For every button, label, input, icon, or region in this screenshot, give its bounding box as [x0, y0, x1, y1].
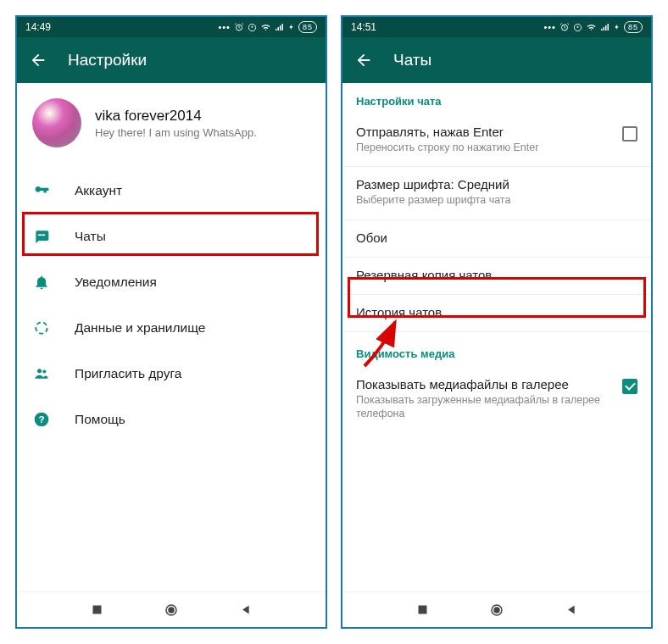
chats-content: Настройки чата Отправлять, нажав Enter П…: [342, 83, 651, 591]
settings-label: Помощь: [75, 412, 125, 427]
settings-label: Чаты: [75, 229, 106, 244]
chat-item-title: Обои: [356, 230, 637, 245]
chat-item-backup[interactable]: Резервная копия чатов: [342, 258, 651, 295]
back-arrow-icon[interactable]: [29, 51, 47, 69]
chat-item-title: Размер шрифта: Средний: [356, 177, 637, 192]
profile-name: vika forever2014: [95, 108, 310, 125]
section-header-media-visibility: Видимость медиа: [342, 336, 651, 367]
chat-item-history[interactable]: История чатов: [342, 295, 651, 332]
more-dots-icon: •••: [218, 22, 231, 32]
signal-icon: [275, 22, 285, 32]
status-time: 14:51: [351, 21, 376, 33]
settings-label: Аккаунт: [75, 183, 122, 198]
back-arrow-icon[interactable]: [354, 51, 373, 69]
chat-item-media-visibility[interactable]: Показывать медиафайлы в галерее Показыва…: [342, 367, 651, 433]
phone-screenshot-settings: 14:49 ••• 85 Настройки: [15, 15, 327, 629]
chat-item-title: История чатов: [356, 305, 637, 319]
chat-item-sub: Переносить строку по нажатию Enter: [356, 141, 612, 154]
avatar: [32, 98, 81, 147]
sync-icon: [248, 23, 257, 32]
svg-point-5: [42, 370, 46, 374]
data-icon: [32, 319, 51, 337]
chat-item-font-size[interactable]: Размер шрифта: Средний Выберите размер ш…: [342, 167, 651, 219]
key-icon: [32, 181, 51, 200]
more-dots-icon: •••: [543, 22, 556, 32]
app-bar-title: Чаты: [393, 51, 431, 69]
sync-icon: [573, 23, 582, 32]
alarm-icon: [559, 22, 570, 32]
nav-recent-icon[interactable]: [414, 602, 431, 619]
section-header-chat-settings: Настройки чата: [342, 83, 651, 114]
chat-item-sub: Выберите размер шрифта чата: [356, 193, 637, 207]
alarm-icon: [234, 22, 244, 32]
status-icons: ••• 85: [218, 21, 317, 33]
status-bar: 14:51 ••• 85: [342, 17, 651, 37]
battery-level: 85: [298, 21, 317, 33]
settings-content: vika forever2014 Hey there! I am using W…: [17, 83, 326, 591]
status-bar: 14:49 ••• 85: [17, 17, 326, 37]
bell-icon: [32, 273, 51, 291]
checkbox-media-visibility[interactable]: [622, 379, 637, 394]
nav-back-icon[interactable]: [237, 602, 254, 619]
status-time: 14:49: [25, 21, 51, 33]
chat-item-title: Резервная копия чатов: [356, 268, 637, 282]
profile-row[interactable]: vika forever2014 Hey there! I am using W…: [17, 83, 326, 163]
settings-label: Уведомления: [75, 275, 157, 290]
chat-item-enter-send[interactable]: Отправлять, нажав Enter Переносить строк…: [342, 114, 651, 167]
settings-item-notifications[interactable]: Уведомления: [17, 259, 326, 305]
nav-home-icon[interactable]: [163, 602, 180, 619]
app-bar: Чаты: [342, 37, 651, 83]
svg-rect-13: [418, 606, 426, 614]
svg-point-15: [494, 608, 499, 613]
svg-text:?: ?: [38, 414, 44, 425]
chat-item-wallpaper[interactable]: Обои: [342, 220, 651, 258]
settings-list: Аккаунт Чаты Уведомления Данные и хранил…: [17, 163, 326, 442]
signal-icon: [600, 22, 610, 32]
settings-item-account[interactable]: Аккаунт: [17, 168, 326, 214]
svg-point-10: [169, 608, 174, 613]
chat-item-title: Показывать медиафайлы в галерее: [356, 377, 612, 391]
svg-point-4: [37, 369, 42, 373]
profile-status: Hey there! I am using WhatsApp.: [95, 126, 310, 139]
wifi-icon: [586, 22, 597, 32]
people-icon: [32, 364, 51, 383]
svg-point-3: [36, 322, 47, 333]
settings-item-invite[interactable]: Пригласить друга: [17, 351, 326, 397]
charging-icon: [288, 22, 295, 32]
nav-recent-icon[interactable]: [88, 602, 105, 619]
settings-label: Пригласить друга: [75, 366, 181, 381]
nav-home-icon[interactable]: [488, 602, 505, 619]
wifi-icon: [260, 22, 271, 32]
app-bar: Настройки: [17, 37, 326, 83]
svg-rect-2: [38, 235, 45, 236]
android-nav-bar: [342, 591, 651, 627]
status-icons: ••• 85: [543, 21, 643, 33]
android-nav-bar: [17, 591, 326, 627]
nav-back-icon[interactable]: [563, 602, 580, 619]
settings-label: Данные и хранилище: [75, 320, 205, 336]
app-bar-title: Настройки: [68, 51, 147, 69]
chat-item-title: Отправлять, нажав Enter: [356, 125, 612, 139]
chat-item-sub: Показывать загруженные медиафайлы в гале…: [356, 393, 612, 421]
chat-icon: [32, 227, 51, 246]
settings-item-storage[interactable]: Данные и хранилище: [17, 305, 326, 351]
battery-level: 85: [624, 21, 643, 33]
phone-screenshot-chats: 14:51 ••• 85 Чаты Настро: [341, 15, 653, 629]
help-icon: ?: [32, 410, 51, 429]
charging-icon: [614, 22, 621, 32]
settings-item-chats[interactable]: Чаты: [17, 214, 326, 259]
settings-item-help[interactable]: ? Помощь: [17, 397, 326, 442]
checkbox-enter-send[interactable]: [622, 126, 637, 142]
svg-rect-8: [92, 606, 101, 614]
